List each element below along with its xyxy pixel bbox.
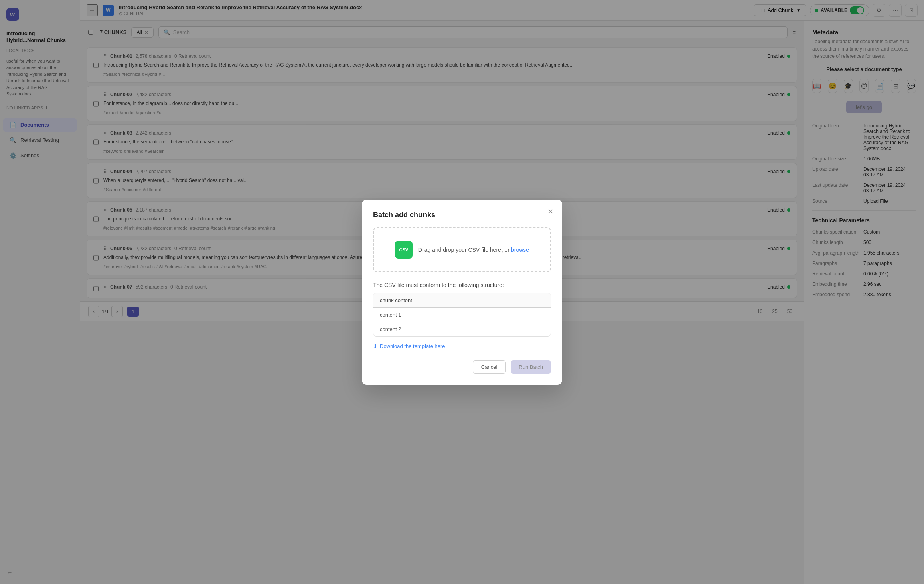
modal-actions: Cancel Run Batch [373, 360, 551, 374]
run-batch-button[interactable]: Run Batch [511, 360, 551, 374]
csv-drop-zone[interactable]: CSV Drag and drop your CSV file here, or… [373, 227, 551, 272]
modal-title: Batch add chunks [373, 211, 551, 219]
browse-link[interactable]: browse [511, 247, 529, 253]
csv-structure-table: chunk content content 1 content 2 [373, 293, 551, 337]
csv-data-row: content 1 [373, 308, 551, 322]
csv-data-row: content 2 [373, 322, 551, 336]
csv-header-row: chunk content [373, 293, 551, 308]
modal-close-button[interactable]: ✕ [545, 206, 556, 217]
cancel-button[interactable]: Cancel [473, 360, 506, 374]
download-icon: ⬇ [373, 343, 377, 349]
drop-zone-text: Drag and drop your CSV file here, or bro… [418, 247, 529, 253]
modal-overlay[interactable]: Batch add chunks ✕ CSV Drag and drop you… [0, 0, 924, 584]
download-template-link[interactable]: ⬇ Download the template here [373, 343, 551, 349]
csv-icon: CSV [395, 241, 413, 259]
batch-add-chunks-modal: Batch add chunks ✕ CSV Drag and drop you… [362, 200, 562, 385]
csv-structure-title: The CSV file must conform to the followi… [373, 282, 551, 288]
